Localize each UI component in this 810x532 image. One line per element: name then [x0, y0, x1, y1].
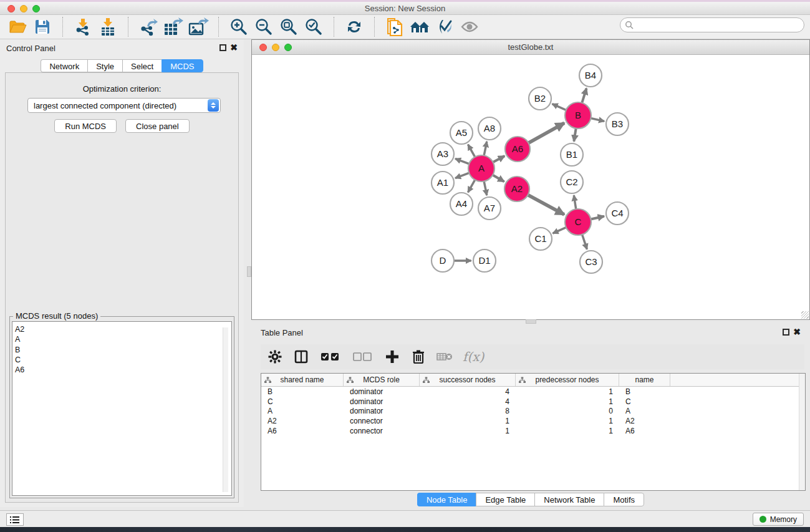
table-cell[interactable]: A2	[261, 417, 344, 425]
graph-node-label: A2	[511, 183, 523, 194]
table-cell[interactable]: 1	[516, 417, 619, 425]
zoom-out-icon[interactable]	[251, 16, 276, 37]
mcds-result-item[interactable]: A6	[15, 365, 231, 375]
search-input[interactable]	[634, 21, 804, 29]
tab-motifs[interactable]: Motifs	[604, 493, 644, 506]
table-row[interactable]: Adominator80A	[261, 406, 805, 416]
tab-network[interactable]: Network	[41, 59, 87, 72]
table-cell[interactable]: dominator	[344, 407, 420, 415]
tab-node-table[interactable]: Node Table	[417, 493, 476, 506]
control-panel-tabs: Network Style Select MCDS	[0, 59, 244, 72]
tab-style[interactable]: Style	[87, 59, 122, 72]
table-cell[interactable]: 1	[516, 427, 619, 435]
add-row-icon[interactable]	[384, 349, 400, 365]
table-cell[interactable]: 1	[420, 417, 516, 425]
toggle-graphics-details-icon[interactable]	[432, 16, 457, 37]
table-row[interactable]: A2connector11A2	[261, 416, 805, 426]
tab-mcds[interactable]: MCDS	[162, 59, 203, 72]
table-cell[interactable]: 8	[420, 407, 516, 415]
window-resize-grip[interactable]	[801, 311, 809, 319]
table-cell[interactable]: 4	[420, 387, 516, 396]
import-table-icon[interactable]	[95, 16, 120, 37]
network-window-titlebar[interactable]: testGlobe.txt	[252, 40, 809, 55]
column-visibility-icon[interactable]	[293, 349, 309, 365]
table-cell[interactable]: 1	[516, 397, 619, 406]
column-header[interactable]: predecessor nodes	[516, 374, 619, 386]
network-graph[interactable]: AA1A2A3A4A5A6A7A8BB1B2B3B4CC1C2C3C4DD1	[252, 56, 809, 319]
tab-network-table[interactable]: Network Table	[534, 493, 604, 506]
close-table-panel-icon[interactable]: ✖	[793, 327, 801, 337]
table-header-row[interactable]: shared nameMCDS rolesuccessor nodesprede…	[261, 374, 805, 387]
tab-edge-table[interactable]: Edge Table	[476, 493, 534, 506]
column-header[interactable]: MCDS role	[344, 374, 420, 386]
eye-icon[interactable]	[457, 16, 482, 37]
table-row[interactable]: Bdominator41B	[261, 387, 805, 397]
split-divider-grip[interactable]	[247, 266, 251, 277]
zoom-fit-icon[interactable]	[276, 16, 301, 37]
search-field[interactable]	[620, 17, 804, 32]
table-cell[interactable]: A	[261, 407, 344, 415]
toolbar-separator	[62, 17, 63, 37]
table-cell[interactable]: 0	[516, 407, 619, 415]
zoom-selected-icon[interactable]	[301, 16, 326, 37]
unselect-all-checks-icon[interactable]	[352, 349, 374, 365]
mcds-list-scrollbar[interactable]	[223, 327, 228, 492]
mcds-result-list[interactable]: A2ABCA6	[12, 321, 232, 496]
home-icon[interactable]	[407, 16, 432, 37]
table-cell[interactable]: B	[619, 387, 670, 396]
table-cell[interactable]: A2	[619, 417, 670, 425]
split-divider-grip[interactable]	[526, 319, 536, 324]
table-cell[interactable]: 1	[516, 387, 619, 396]
graph-node-label: B	[575, 110, 581, 120]
memory-button[interactable]: Memory	[753, 513, 804, 526]
zoom-in-icon[interactable]	[226, 16, 251, 37]
table-cell[interactable]: B	[261, 387, 344, 396]
export-network-icon[interactable]	[136, 16, 161, 37]
table-cell[interactable]: dominator	[344, 397, 420, 406]
graph-node-label: B3	[612, 118, 623, 129]
export-table-icon[interactable]	[161, 16, 186, 37]
table-row[interactable]: Cdominator41C	[261, 397, 805, 407]
table-cell[interactable]: A6	[261, 427, 344, 435]
export-image-icon[interactable]	[186, 16, 211, 37]
tab-select[interactable]: Select	[122, 59, 162, 72]
refresh-icon[interactable]	[342, 16, 367, 37]
table-cell[interactable]: dominator	[344, 387, 420, 396]
table-cell[interactable]: C	[619, 397, 670, 406]
mcds-result-item[interactable]: B	[15, 345, 231, 355]
float-panel-icon[interactable]	[219, 44, 226, 51]
criterion-select[interactable]: largest connected component (directed)	[27, 98, 221, 113]
run-mcds-button[interactable]: Run MCDS	[54, 119, 117, 133]
delete-table-icon[interactable]	[436, 349, 453, 365]
save-session-icon[interactable]	[30, 16, 55, 37]
float-table-panel-icon[interactable]	[783, 329, 789, 336]
mcds-result-item[interactable]: A	[15, 334, 231, 344]
import-network-icon[interactable]	[70, 16, 95, 37]
network-canvas[interactable]: AA1A2A3A4A5A6A7A8BB1B2B3B4CC1C2C3C4DD1	[252, 56, 809, 319]
function-builder-icon[interactable]: f(x)	[463, 349, 484, 364]
table-cell[interactable]: 4	[420, 397, 516, 406]
close-panel-button[interactable]: Close panel	[125, 119, 190, 133]
mcds-result-item[interactable]: A2	[15, 324, 231, 334]
open-session-icon[interactable]	[5, 16, 30, 37]
table-cell[interactable]: A6	[619, 427, 670, 435]
delete-row-icon[interactable]	[410, 349, 427, 365]
node-table[interactable]: shared nameMCDS rolesuccessor nodesprede…	[261, 373, 806, 491]
table-settings-icon[interactable]	[267, 349, 283, 365]
table-cell[interactable]: C	[261, 397, 344, 406]
select-all-checks-icon[interactable]	[319, 349, 342, 365]
graph-node-label: D	[440, 255, 446, 266]
column-header[interactable]: successor nodes	[420, 374, 516, 386]
table-scrollbar[interactable]	[799, 374, 805, 490]
table-cell[interactable]: A	[619, 407, 670, 415]
network-document-icon[interactable]	[382, 16, 407, 37]
table-cell[interactable]: 1	[420, 427, 516, 435]
task-history-button[interactable]	[6, 513, 24, 526]
close-panel-icon[interactable]: ✖	[230, 42, 238, 52]
table-cell[interactable]: connector	[344, 417, 420, 425]
table-cell[interactable]: connector	[344, 427, 420, 435]
column-header[interactable]: name	[619, 374, 670, 386]
column-header[interactable]: shared name	[261, 374, 344, 386]
mcds-result-item[interactable]: C	[15, 355, 231, 365]
table-row[interactable]: A6connector11A6	[261, 426, 805, 436]
